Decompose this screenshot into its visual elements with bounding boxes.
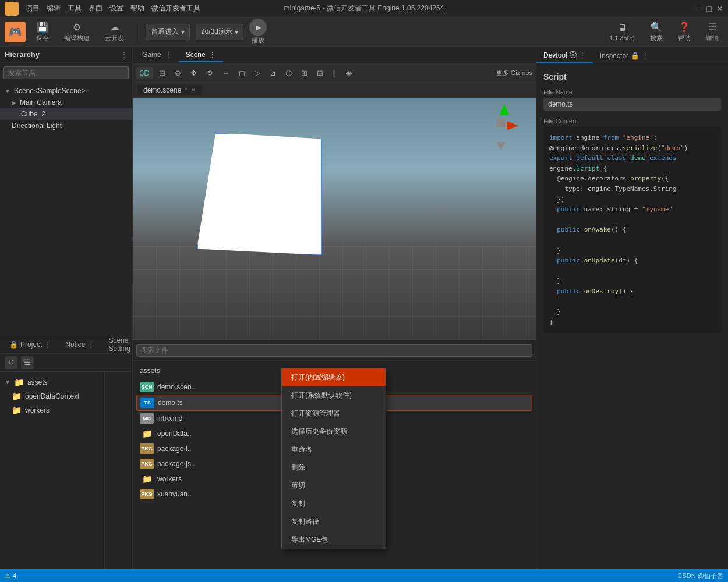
hierarchy-search-input[interactable] [3, 66, 129, 79]
ctx-delete[interactable]: 删除 [282, 459, 386, 477]
code-demo-str: "demo" [661, 144, 684, 152]
notice-tab-menu[interactable]: ⋮ [87, 340, 94, 349]
menu-wechat[interactable]: 微信开发者工具 [151, 3, 200, 13]
file-demots-name: demo.ts [158, 399, 183, 407]
scene-tool-rotate[interactable]: ⟲ [203, 67, 216, 79]
ptree-opendatacontext[interactable]: 📁 openDataContext [0, 389, 104, 403]
menu-settings[interactable]: 设置 [109, 3, 123, 13]
scene-tool-rect[interactable]: ◻ [235, 67, 249, 79]
file-packagejs-name: package-js.. [157, 460, 195, 468]
menu-edit[interactable]: 编辑 [47, 3, 61, 13]
close-button[interactable]: ✕ [716, 4, 723, 13]
gizmos-more-button[interactable]: 更多 Gizmos [496, 69, 532, 77]
ts-file-icon: TS [140, 398, 154, 408]
game-tab-menu[interactable]: ⋮ [165, 51, 172, 59]
viewport-grid [133, 243, 536, 339]
compile-button[interactable]: ⚙ 编译构建 [59, 19, 94, 45]
search-button[interactable]: 🔍 搜索 [645, 19, 667, 45]
save-button[interactable]: 💾 保存 [31, 19, 54, 45]
list-view-button[interactable]: ☰ [21, 356, 34, 369]
detail-button[interactable]: ☰ 详情 [701, 19, 723, 45]
scene-tool-transform[interactable]: ⊕ [171, 67, 185, 79]
tab-game[interactable]: Game ⋮ [135, 48, 179, 62]
tab-notice[interactable]: Notice ⋮ [59, 338, 100, 351]
scene-tab-menu[interactable]: ⋮ [209, 51, 216, 59]
scene-tool-plus[interactable]: ⊞ [298, 67, 311, 79]
ctx-rename[interactable]: 重命名 [282, 441, 386, 459]
right-tabs: Devtool ⓘ ⋮ Inspector 🔒 ⋮ [536, 47, 728, 65]
file-name-group: File Name demo.ts [543, 88, 721, 111]
notice-tab-label: Notice [65, 340, 85, 349]
scene-tool-parallel[interactable]: ∥ [329, 67, 340, 79]
ptree-workers[interactable]: 📁 workers [0, 403, 104, 417]
version-button[interactable]: 🖥 1.1.35(5) [605, 20, 639, 44]
ctx-open-explorer[interactable]: 打开资源管理器 [282, 404, 386, 423]
devtool-menu-icon[interactable]: ⋮ [579, 51, 586, 59]
tree-item-main-camera[interactable]: ▶ Main Camera [0, 97, 132, 108]
hierarchy-menu-button[interactable]: ⋮ [121, 51, 128, 59]
help-button[interactable]: ❓ 帮助 [673, 19, 695, 45]
code-public3-kw: public [557, 257, 580, 264]
scene-tool-scale[interactable]: ↔ [218, 67, 233, 79]
project-toolbar: ↺ ☰ [0, 354, 132, 372]
3d-viewport[interactable] [133, 98, 536, 340]
tab-inspector[interactable]: Inspector 🔒 ⋮ [593, 49, 656, 62]
scene-game-tabs: Game ⋮ Scene ⋮ [133, 47, 536, 64]
minimize-button[interactable]: ─ [697, 4, 702, 13]
tree-item-directional-light[interactable]: Directional Light [0, 120, 132, 132]
tab-devtool[interactable]: Devtool ⓘ ⋮ [536, 48, 593, 63]
display-mode-dropdown[interactable]: 2d/3d演示 ▾ [196, 24, 243, 40]
ctx-export-mge[interactable]: 导出MGE包 [282, 531, 386, 549]
demo-scene-close-icon[interactable]: ✕ [190, 86, 196, 94]
ctx-copy[interactable]: 复制 [282, 495, 386, 513]
scene-tool-minus[interactable]: ⊟ [313, 67, 327, 79]
ctx-open-builtin[interactable]: 打开(内置编辑器) [282, 368, 386, 386]
ctx-cut[interactable]: 剪切 [282, 477, 386, 495]
demo-scene-modified: * [185, 87, 187, 93]
file-intromd-name: intro.md [157, 414, 182, 423]
titlebar: 项目 编辑 工具 界面 设置 帮助 微信开发者工具 minigame-5 - 微… [0, 0, 728, 17]
scene-tool-grid[interactable]: ⊞ [156, 67, 169, 79]
tab-scene[interactable]: Scene ⋮ [179, 48, 223, 62]
file-name-label: File Name [543, 88, 721, 95]
ctx-open-default[interactable]: 打开(系统默认软件) [282, 386, 386, 404]
scene-arrow-icon: ▼ [5, 88, 10, 94]
menu-tools[interactable]: 工具 [68, 3, 82, 13]
ctx-copy-path[interactable]: 复制路径 [282, 513, 386, 531]
menu-help[interactable]: 帮助 [130, 3, 144, 13]
scene-tool-diamond[interactable]: ◈ [342, 67, 355, 79]
ptree-assets[interactable]: ▼ 📁 assets [0, 375, 104, 389]
project-search-input[interactable] [136, 344, 532, 357]
scene-tool-anchor[interactable]: ⊿ [266, 67, 280, 79]
compile-icon: ⚙ [73, 22, 81, 33]
detail-icon: ☰ [708, 22, 716, 33]
display-mode-label: 2d/3d演示 [201, 27, 232, 37]
inspector-menu-icon[interactable]: ⋮ [642, 52, 649, 60]
hierarchy-panel: Hierarchy ⋮ ▼ Scene<SampleScene> ▶ Main … [0, 47, 133, 336]
project-tab-menu[interactable]: ⋮ [44, 340, 51, 349]
refresh-button[interactable]: ↺ [5, 356, 17, 369]
scene-tool-move[interactable]: ✥ [187, 67, 200, 79]
menu-project[interactable]: 项目 [26, 3, 40, 13]
scn-icon-text: SCN [141, 384, 152, 390]
code-public-kw: public [557, 205, 580, 213]
gizmo-y-axis [500, 104, 509, 115]
scene-tool-3d[interactable]: 3D [136, 67, 153, 79]
scene-toolbar-right: 更多 Gizmos [496, 69, 532, 77]
xuanyuan-icon-text: PKG [141, 491, 153, 497]
scene-tool-play[interactable]: ▷ [251, 67, 264, 79]
menu-interface[interactable]: 界面 [89, 3, 103, 13]
tab-project[interactable]: 🔒 Project ⋮ [3, 338, 57, 351]
assets-arrow-icon: ▼ [5, 379, 10, 385]
play-button[interactable]: ▶ [249, 19, 267, 36]
tree-item-cube2[interactable]: Cube_2 [0, 108, 132, 120]
tree-item-scene[interactable]: ▼ Scene<SampleScene> [0, 85, 132, 97]
enter-mode-dropdown[interactable]: 普通进入 ▾ [146, 24, 190, 40]
demo-scene-tab[interactable]: demo.scene * ✕ [137, 85, 202, 95]
cloud-button[interactable]: ☁ 云开发 [100, 19, 129, 45]
menu-bar: 项目 编辑 工具 界面 设置 帮助 微信开发者工具 [26, 3, 200, 13]
scene-tool-hex[interactable]: ⬡ [282, 67, 295, 79]
maximize-button[interactable]: □ [707, 4, 712, 13]
gizmo-z-axis [496, 142, 506, 150]
ctx-history-backup[interactable]: 选择历史备份资源 [282, 423, 386, 441]
